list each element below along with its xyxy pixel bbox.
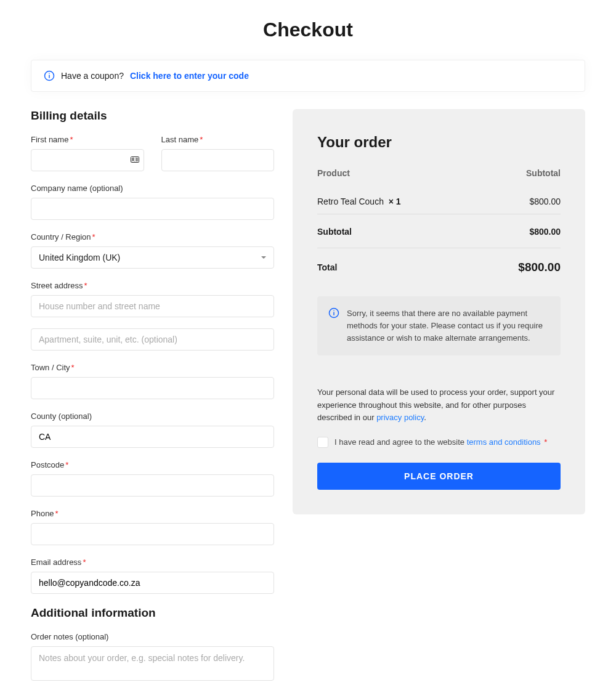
- item-qty: × 1: [389, 197, 401, 206]
- country-label: Country / Region*: [31, 232, 274, 241]
- email-label: Email address*: [31, 558, 274, 567]
- payment-notice: Sorry, it seems that there are no availa…: [317, 296, 561, 355]
- email-input[interactable]: [31, 572, 274, 594]
- phone-input[interactable]: [31, 523, 274, 545]
- order-panel: Your order Product Subtotal Retro Teal C…: [293, 109, 585, 514]
- notes-input[interactable]: [31, 646, 274, 681]
- country-select[interactable]: United Kingdom (UK): [31, 246, 274, 269]
- info-icon: [44, 70, 55, 81]
- city-input[interactable]: [31, 377, 274, 399]
- subtotal-row: Subtotal $800.00: [317, 214, 561, 248]
- postcode-label: Postcode*: [31, 460, 274, 469]
- postcode-input[interactable]: [31, 474, 274, 497]
- billing-heading: Billing details: [31, 109, 274, 123]
- county-input[interactable]: [31, 426, 274, 448]
- coupon-link[interactable]: Click here to enter your code: [130, 71, 249, 81]
- table-row: Retro Teal Couch × 1 $800.00: [317, 189, 561, 214]
- last-name-input[interactable]: [161, 149, 275, 171]
- phone-label: Phone*: [31, 509, 274, 518]
- order-table: Product Subtotal Retro Teal Couch × 1 $8…: [317, 168, 561, 282]
- additional-heading: Additional information: [31, 606, 274, 620]
- item-price: $800.00: [479, 189, 561, 214]
- info-icon: [328, 307, 339, 319]
- first-name-label: First name*: [31, 135, 144, 144]
- privacy-text: Your personal data will be used to proce…: [317, 386, 561, 423]
- coupon-notice: Have a coupon? Click here to enter your …: [31, 60, 585, 92]
- page-title: Checkout: [31, 18, 585, 41]
- coupon-prompt: Have a coupon?: [61, 71, 124, 81]
- street2-input[interactable]: [31, 328, 274, 351]
- street1-input[interactable]: [31, 295, 274, 317]
- first-name-input[interactable]: [31, 149, 144, 171]
- total-row: Total $800.00: [317, 248, 561, 282]
- th-product: Product: [317, 168, 479, 189]
- country-value: United Kingdom (UK): [39, 253, 120, 262]
- company-label: Company name (optional): [31, 184, 274, 193]
- company-input[interactable]: [31, 198, 274, 220]
- svg-point-2: [49, 73, 50, 75]
- privacy-link[interactable]: privacy policy: [376, 413, 424, 422]
- item-name: Retro Teal Couch: [317, 197, 384, 206]
- terms-checkbox[interactable]: [317, 437, 328, 448]
- order-heading: Your order: [317, 134, 561, 151]
- th-subtotal: Subtotal: [479, 168, 561, 189]
- county-label: County (optional): [31, 412, 274, 421]
- place-order-button[interactable]: PLACE ORDER: [317, 463, 561, 490]
- street-label: Street address*: [31, 281, 274, 290]
- terms-row: I have read and agree to the website ter…: [317, 436, 561, 449]
- city-label: Town / City*: [31, 363, 274, 372]
- terms-link[interactable]: terms and conditions: [467, 437, 541, 447]
- chevron-down-icon: [261, 256, 266, 259]
- notes-label: Order notes (optional): [31, 632, 274, 641]
- svg-point-10: [333, 310, 334, 312]
- last-name-label: Last name*: [161, 135, 275, 144]
